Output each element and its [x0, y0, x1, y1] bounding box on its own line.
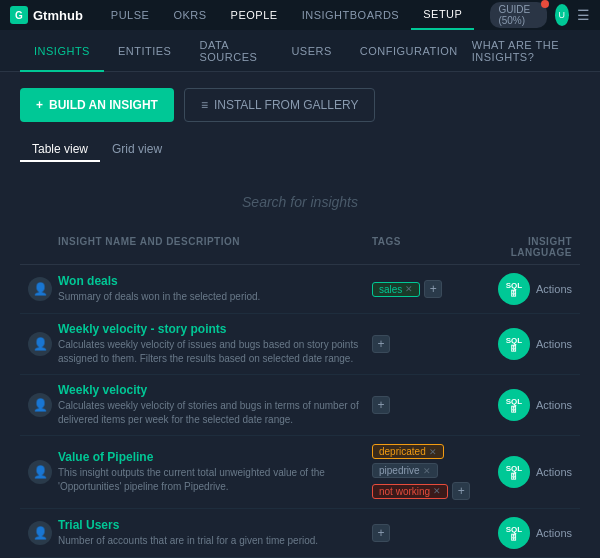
tag-add-button[interactable]: +	[372, 524, 390, 542]
row-tags: sales ✕ +	[372, 280, 492, 298]
logo-text: Gtmhub	[33, 8, 83, 23]
row-title[interactable]: Value of Pipeline	[58, 450, 372, 464]
actions-button[interactable]: Actions	[536, 466, 572, 478]
subnav-users[interactable]: USERS	[277, 30, 345, 72]
table-row: 👤 Weekly velocity - story points Calcula…	[20, 314, 580, 375]
logo[interactable]: G Gtmhub	[10, 6, 83, 24]
tag-remove-icon[interactable]: ✕	[433, 486, 441, 496]
person-icon: 👤	[33, 337, 48, 351]
row-title[interactable]: Weekly velocity	[58, 383, 372, 397]
search-area: Search for insights	[20, 178, 580, 230]
logo-icon: G	[10, 6, 28, 24]
table-row: 👤 Weekly velocity Calculates weekly velo…	[20, 375, 580, 436]
actions-cell: SQL 🗄 Actions	[492, 517, 572, 549]
row-title[interactable]: Weekly velocity - story points	[58, 322, 372, 336]
nav-right: GUIDE (50%) U ☰	[490, 2, 590, 28]
actions-cell: SQL 🗄 Actions	[492, 389, 572, 421]
plus-icon: +	[36, 98, 43, 112]
tag-add-button[interactable]: +	[372, 335, 390, 353]
row-tags: +	[372, 396, 492, 414]
row-info: Weekly velocity Calculates weekly veloci…	[58, 383, 372, 427]
tag-add-button[interactable]: +	[424, 280, 442, 298]
actions-button[interactable]: Actions	[536, 399, 572, 411]
row-avatar: 👤	[28, 521, 52, 545]
row-tags: depricated ✕ pipedrive ✕ not working ✕ +	[372, 444, 492, 500]
person-icon: 👤	[33, 526, 48, 540]
row-title[interactable]: Trial Users	[58, 518, 372, 532]
table-row: 👤 Trial Users Number of accounts that ar…	[20, 509, 580, 558]
row-description: Calculates weekly velocity of issues and…	[58, 338, 372, 366]
main-content: + BUILD AN INSIGHT ≡ INSTALL FROM GALLER…	[0, 72, 600, 558]
header-avatar-col	[28, 236, 58, 258]
subnav-data-sources[interactable]: DATA SOURCES	[185, 30, 277, 72]
actions-button[interactable]: Actions	[536, 283, 572, 295]
list-icon: ≡	[201, 98, 208, 112]
tag-pipedrive[interactable]: pipedrive ✕	[372, 463, 438, 478]
nav-people[interactable]: PEOPLE	[219, 0, 290, 30]
actions-cell: SQL 🗄 Actions	[492, 273, 572, 305]
guide-notification-dot	[541, 0, 549, 8]
top-navigation: G Gtmhub PULSE OKRs PEOPLE INSIGHTBOARDS…	[0, 0, 600, 30]
row-title[interactable]: Won deals	[58, 274, 372, 288]
tag-remove-icon[interactable]: ✕	[429, 447, 437, 457]
sql-badge: SQL 🗄	[498, 389, 530, 421]
row-description: Number of accounts that are in trial for…	[58, 534, 372, 548]
person-icon: 👤	[33, 398, 48, 412]
actions-button[interactable]: Actions	[536, 527, 572, 539]
tag-depricated[interactable]: depricated ✕	[372, 444, 444, 459]
row-tags: +	[372, 524, 492, 542]
table-header: INSIGHT NAME AND DESCRIPTION TAGS INSIGH…	[20, 230, 580, 265]
person-icon: 👤	[33, 282, 48, 296]
tag-remove-icon[interactable]: ✕	[423, 466, 431, 476]
subnav-insights[interactable]: INSIGHTS	[20, 30, 104, 72]
sql-badge: SQL 🗄	[498, 328, 530, 360]
nav-okrs[interactable]: OKRs	[161, 0, 218, 30]
guide-badge[interactable]: GUIDE (50%)	[490, 2, 546, 28]
sub-navigation: INSIGHTS ENTITIES DATA SOURCES USERS CON…	[0, 30, 600, 72]
actions-button[interactable]: Actions	[536, 338, 572, 350]
tab-grid-view[interactable]: Grid view	[100, 138, 174, 162]
tag-remove-icon[interactable]: ✕	[405, 284, 413, 294]
header-lang-col: INSIGHT LANGUAGE	[492, 236, 572, 258]
nav-items: PULSE OKRs PEOPLE INSIGHTBOARDS SETUP	[99, 0, 475, 30]
row-info: Weekly velocity - story points Calculate…	[58, 322, 372, 366]
row-tags: +	[372, 335, 492, 353]
tag-add-button[interactable]: +	[452, 482, 470, 500]
row-avatar: 👤	[28, 332, 52, 356]
install-from-gallery-button[interactable]: ≡ INSTALL FROM GALLERY	[184, 88, 376, 122]
action-bar: + BUILD AN INSIGHT ≡ INSTALL FROM GALLER…	[20, 88, 580, 122]
nav-setup[interactable]: SETUP	[411, 0, 474, 30]
row-description: Summary of deals won in the selected per…	[58, 290, 372, 304]
row-description: This insight outputs the current total u…	[58, 466, 372, 494]
build-insight-button[interactable]: + BUILD AN INSIGHT	[20, 88, 174, 122]
user-avatar[interactable]: U	[555, 4, 569, 26]
header-name-col: INSIGHT NAME AND DESCRIPTION	[58, 236, 372, 258]
tag-add-button[interactable]: +	[372, 396, 390, 414]
row-avatar: 👤	[28, 460, 52, 484]
row-avatar: 👤	[28, 277, 52, 301]
row-info: Won deals Summary of deals won in the se…	[58, 274, 372, 304]
actions-cell: SQL 🗄 Actions	[492, 456, 572, 488]
table-row: 👤 Value of Pipeline This insight outputs…	[20, 436, 580, 509]
person-icon: 👤	[33, 465, 48, 479]
row-info: Value of Pipeline This insight outputs t…	[58, 450, 372, 494]
sql-badge: SQL 🗄	[498, 456, 530, 488]
header-tags-col: TAGS	[372, 236, 492, 258]
row-avatar: 👤	[28, 393, 52, 417]
nav-insightboards[interactable]: INSIGHTBOARDS	[290, 0, 412, 30]
tab-table-view[interactable]: Table view	[20, 138, 100, 162]
view-tabs: Table view Grid view	[20, 138, 580, 162]
tag-sales[interactable]: sales ✕	[372, 282, 420, 297]
sql-badge: SQL 🗄	[498, 517, 530, 549]
row-info: Trial Users Number of accounts that are …	[58, 518, 372, 548]
subnav-entities[interactable]: ENTITIES	[104, 30, 186, 72]
subnav-configuration[interactable]: CONFIGURATION	[346, 30, 472, 72]
search-placeholder: Search for insights	[242, 194, 358, 210]
tag-not-working[interactable]: not working ✕	[372, 484, 448, 499]
sql-badge: SQL 🗄	[498, 273, 530, 305]
table-row: 👤 Won deals Summary of deals won in the …	[20, 265, 580, 314]
nav-pulse[interactable]: PULSE	[99, 0, 162, 30]
hamburger-menu[interactable]: ☰	[577, 7, 590, 23]
row-description: Calculates weekly velocity of stories an…	[58, 399, 372, 427]
what-are-insights-link[interactable]: WHAT ARE THE INSIGHTS?	[472, 39, 580, 63]
